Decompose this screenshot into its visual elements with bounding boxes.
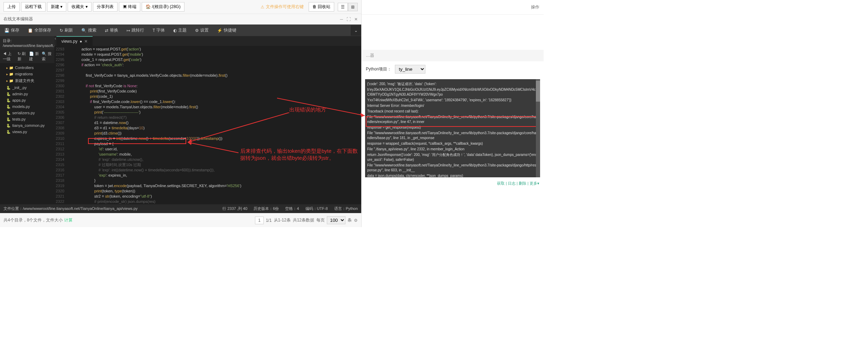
search-button[interactable]: 🔍 搜索 [77,25,101,36]
log-line: Internal Server Error: /member/login/ [367,103,538,109]
line-gutter: 2293229422952296229722982299230023012302… [54,46,67,204]
refresh-button[interactable]: ↻ 刷新 [55,25,77,36]
settings-gear-icon[interactable]: ⚙ [354,218,358,223]
log-line: response = wrapped_callback(request, *ca… [367,141,538,146]
remote-download-button[interactable]: 远程下载 [21,2,46,12]
log-line: b'eyJ0eXAiOiJKV1QiLCJhbGciOiJIUzI1NiJ9.e… [367,87,538,97]
tree-item-label: _init_.py [12,86,27,90]
terminal-button[interactable]: ▣ 终端 [119,2,140,12]
minimize-icon[interactable]: ─ [340,17,343,22]
status-indent[interactable]: 空格：4 [285,206,299,211]
project-label: Python项目： [366,66,391,72]
favorites-button[interactable]: 收藏夹 ▾ [68,2,91,12]
per-page-unit: 条 [348,217,352,223]
log-line: data = json.dumps(data, cls=encoder, **j… [367,173,538,177]
python-file-icon: 🐍 [6,92,11,96]
code-editor[interactable]: ‹ views.py ● ✕ 2293229422952296229722982… [54,36,361,204]
folder-icon: ▸ 📁 [6,79,13,83]
tree-item-Controllers[interactable]: ▸ 📁Controllers [0,64,54,71]
log-scrollbar[interactable] [536,79,540,177]
project-actions: 获取 | 日志 | 删除 | 更多▾ [362,179,544,187]
log-line: Traceback (most recent call last): [367,109,538,114]
root-dir-button[interactable]: 🏠 /(根目录) (28G) [142,2,184,12]
file-summary: 共4个目录，8个文件，文件大小 计算 [4,217,251,223]
list-view-button[interactable]: ☰ [338,3,348,11]
tree-item-views-py[interactable]: 🐍views.py [0,129,54,135]
tab-views-py[interactable]: views.py ● ✕ [56,36,93,46]
status-history[interactable]: 历史版本：6份 [254,206,279,211]
share-button[interactable]: 分享列表 [93,2,117,12]
tree-path: 目录: /www/wwwroot/line.tianyasoft.n... [0,36,54,50]
page-current[interactable]: 1 [255,217,264,224]
tree-item-serializers-py[interactable]: 🐍serializers.py [0,110,54,116]
log-line: return JsonResponse({'code': 200, 'msg':… [367,152,538,163]
status-path: 文件位置：/www/wwwroot/line.tianyasoft.net/Ti… [4,206,216,211]
theme-button[interactable]: ◐ 主题 [169,25,191,36]
annotation-error-location: 出现错误的地方 [289,107,326,112]
tree-item-apps-py[interactable]: 🐍apps.py [0,97,54,103]
status-language[interactable]: 语言：Python [334,206,358,211]
status-encoding[interactable]: 编码：UTF-8 [305,206,328,211]
annotation-explanation: 后来排查代码，输出token的类型是byte，在下面数据转为json，就会出错b… [240,148,359,162]
tree-item-label: admin.py [12,92,28,96]
editor-title: 在线文本编辑器 [4,16,340,22]
pagination-bar: 共4个目录，8个文件，文件大小 计算 1 1/1 从1-12条 共12条数据 每… [0,213,361,227]
log-line: File "/www/wwwroot/line.tianyasoft.net/T… [367,114,538,125]
folder-icon: ▸ 📁 [6,66,13,70]
python-file-icon: 🐍 [6,86,11,90]
settings-button[interactable]: ⚙ 设置 [191,25,213,36]
log-line: File "/www/wwwroot/line.tianyasoft.net/T… [367,130,538,141]
maximize-icon[interactable]: ⛶ [346,17,351,22]
tree-new-button[interactable]: 📄 新建 [29,51,39,62]
log-line: {'code': 200, 'msg': '验证成功', 'data': {'t… [367,81,538,87]
tree-item-label: tests.py [12,117,26,121]
tree-item-models-py[interactable]: 🐍models.py [0,103,54,110]
calc-link[interactable]: 计算 [64,218,73,223]
tree-item-新建文件夹[interactable]: ▸ 📁新建文件夹 [0,77,54,84]
grid-view-button[interactable]: ⊞ [348,3,358,11]
right-panel: 操作 …器 Python项目： ty_line {'code': 200, 'm… [361,0,544,227]
log-line: File "./tianya_api/views.py", line 2332,… [367,146,538,152]
goto-button[interactable]: ↦ 跳转行 [122,25,148,36]
upload-button[interactable]: 上传 [4,2,20,12]
python-file-icon: 🐍 [6,130,11,134]
tree-item-tianya_common-py[interactable]: 🐍tianya_common.py [0,122,54,129]
tab-dirty-icon: ● [80,39,82,44]
file-op-hint: ⚠ 文件操作可使用右键 [261,4,304,10]
tree-refresh-button[interactable]: ↻ 刷新 [18,51,26,62]
collapse-chevron-icon[interactable]: ⌄ [351,25,361,36]
tab-label: views.py [61,39,78,44]
project-select[interactable]: ty_line [395,65,425,74]
tab-close-icon[interactable]: ✕ [84,39,88,44]
shortcuts-button[interactable]: ⚡ 快捷键 [213,25,241,36]
save-button[interactable]: 💾 保存 [0,25,23,36]
editor-title-bar: 在线文本编辑器 ─ ⛶ ✕ [0,14,361,25]
tree-item-tests-py[interactable]: 🐍tests.py [0,116,54,122]
project-row: Python项目： ty_line [362,61,544,77]
save-all-button[interactable]: 📋 全部保存 [23,25,55,36]
tree-item-label: 新建文件夹 [15,78,34,83]
tree-item-_init_-py[interactable]: 🐍_init_.py [0,84,54,91]
font-button[interactable]: T 字体 [148,25,169,36]
close-icon[interactable]: ✕ [354,17,358,22]
tree-item-label: models.py [12,104,30,109]
tree-item-migrations[interactable]: ▸ 📁migrations [0,71,54,77]
log-line: File "/www/wwwroot/line.tianyasoft.net/T… [367,163,538,173]
page-range: 从1-12条 [274,217,291,223]
code-content[interactable]: action = request.POST.get('action') mobi… [67,46,361,204]
new-button[interactable]: 新建 ▾ [47,2,66,12]
per-page-select[interactable]: 100 [327,216,345,224]
tree-item-admin-py[interactable]: 🐍admin.py [0,91,54,97]
tree-search-button[interactable]: 🔍 搜索 [42,51,52,62]
python-file-icon: 🐍 [6,105,11,109]
tree-up-button[interactable]: ◀ 上一级 [3,51,15,62]
warn-text: 文件操作可使用右键 [266,4,304,10]
warn-icon: ⚠ [261,5,264,9]
per-page-label: 每页 [316,217,325,223]
log-line: response = get_response(request) [367,125,538,130]
log-output[interactable]: {'code': 200, 'msg': '验证成功', 'data': {'t… [365,79,540,177]
trash-button[interactable]: 🗑 回收站 [309,2,334,12]
replace-button[interactable]: ⇄ 替换 [101,25,122,36]
project-action-links[interactable]: 获取 | 日志 | 删除 | 更多▾ [497,181,539,185]
editor-status-bar: 文件位置：/www/wwwroot/line.tianyasoft.net/Ti… [0,204,361,213]
